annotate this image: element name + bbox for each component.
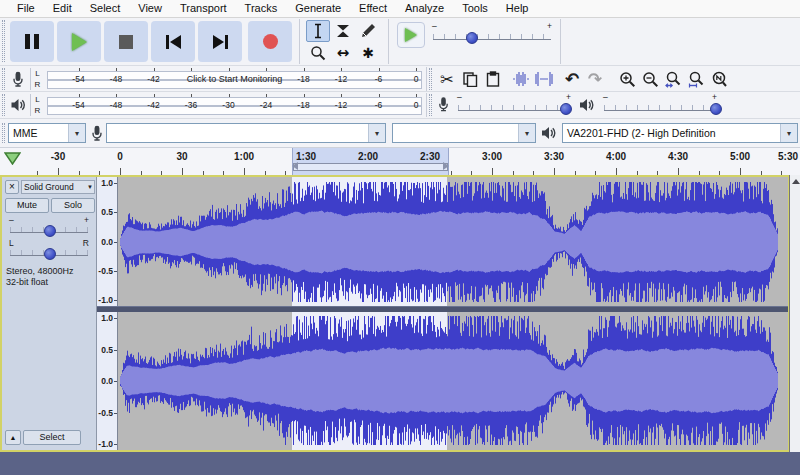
scroll-up-icon[interactable] (792, 179, 800, 184)
menu-item[interactable]: Generate (286, 0, 350, 17)
silence-audio-icon (535, 71, 553, 87)
playback-meter[interactable]: -54-48-42-36-30-24-18-12-60 (47, 94, 422, 116)
speed-slider-thumb[interactable] (466, 32, 478, 44)
menu-item[interactable]: Analyze (396, 0, 453, 17)
ruler-time-label: 3:30 (544, 151, 564, 162)
chevron-down-icon[interactable]: ▾ (368, 124, 385, 142)
skip-to-start-button[interactable] (151, 21, 195, 62)
time-shift-tool-button[interactable]: ↔ (331, 42, 355, 64)
copy-button[interactable] (459, 68, 481, 90)
transport-toolbar-grip[interactable] (2, 20, 5, 62)
playback-meter-grip[interactable] (2, 94, 5, 116)
paste-button[interactable] (482, 68, 504, 90)
menu-item[interactable]: Effect (350, 0, 396, 17)
meter-scale-label: -18 (297, 73, 309, 85)
scale-tick (114, 242, 117, 243)
playback-volume-thumb[interactable] (710, 103, 722, 115)
playback-device-dropdown[interactable]: VA2201-FHD (2- High Definition ▾ (562, 123, 798, 143)
play-button[interactable] (57, 21, 101, 62)
recording-meter-grip[interactable] (2, 68, 5, 90)
chevron-down-icon[interactable]: ▾ (68, 124, 85, 142)
pan-slider[interactable]: L R (8, 240, 90, 261)
draw-tool-icon (360, 23, 376, 39)
menu-item[interactable]: Tracks (236, 0, 287, 17)
timeline-ruler[interactable]: -300301:001:302:002:303:003:304:004:305:… (0, 147, 800, 176)
meter-scale-label: -6 (375, 73, 383, 85)
zoom-toggle-button[interactable] (708, 68, 730, 90)
gain-slider[interactable]: – + (8, 217, 90, 238)
vertical-scale-ruler-left[interactable]: 1.00.50.0-0.5-1.0 (97, 177, 118, 306)
zoom-in-button[interactable] (616, 68, 638, 90)
menu-item[interactable]: View (129, 0, 171, 17)
zoom-out-button[interactable] (639, 68, 661, 90)
recording-meter[interactable]: -54-48-42-18-12-60Click to Start Monitor… (47, 68, 422, 90)
pan-slider-thumb[interactable] (44, 248, 56, 260)
silence-audio-button[interactable] (533, 68, 555, 90)
meter-scale-label: -42 (147, 73, 159, 85)
envelope-tool-button[interactable] (331, 20, 355, 42)
zoom-tool-button[interactable] (306, 42, 330, 64)
record-button[interactable] (248, 21, 292, 62)
redo-button[interactable]: ↷ (584, 68, 606, 90)
undo-button[interactable]: ↶ (561, 68, 583, 90)
collapse-track-button[interactable]: ▲ (5, 430, 21, 445)
skip-to-end-button[interactable] (198, 21, 242, 62)
menu-item[interactable]: Help (497, 0, 538, 17)
cut-button[interactable]: ✂ (436, 68, 458, 90)
speed-slider-track[interactable] (433, 34, 551, 40)
pinned-play-head-icon[interactable] (4, 152, 21, 165)
play-speed-slider[interactable]: – + (431, 23, 553, 45)
scale-label: 1.0 (101, 313, 113, 323)
mixer-toolbar-grip[interactable] (429, 94, 432, 116)
waveform-area[interactable] (118, 177, 788, 450)
playback-volume-slider[interactable]: – + (602, 94, 718, 116)
recording-channels-dropdown[interactable]: ▾ (392, 123, 536, 143)
solo-button[interactable]: Solo (51, 198, 95, 213)
fit-selection-button[interactable] (662, 68, 684, 90)
pause-button[interactable] (10, 21, 54, 62)
select-track-button[interactable]: Select (23, 430, 81, 445)
fit-project-button[interactable] (685, 68, 707, 90)
record-meter-mic-button[interactable] (8, 69, 28, 89)
mute-button[interactable]: Mute (5, 198, 49, 213)
vertical-scrollbar[interactable] (789, 175, 800, 452)
selection-left-handle-icon[interactable] (292, 162, 298, 170)
stop-button[interactable] (104, 21, 148, 62)
recording-volume-slider[interactable]: – + (456, 94, 572, 116)
menu-item[interactable]: Tools (453, 0, 497, 17)
playback-meter-speaker-button[interactable] (8, 95, 28, 115)
trim-audio-button[interactable] (510, 68, 532, 90)
recording-volume-track[interactable] (458, 105, 570, 111)
selection-right-handle-icon[interactable] (443, 162, 449, 170)
track-control-panel[interactable]: × Solid Ground ▼ Mute Solo – + L R Stere… (2, 177, 97, 450)
recording-device-dropdown[interactable]: ▾ (106, 123, 386, 143)
track-title-bar[interactable]: Solid Ground ▼ (21, 180, 95, 194)
track-close-button[interactable]: × (5, 180, 19, 194)
playback-volume-track[interactable] (604, 105, 716, 111)
recording-volume-thumb[interactable] (560, 103, 572, 115)
meter-scale-label: -24 (260, 99, 272, 111)
skip-to-end-icon (213, 35, 228, 49)
audio-host-dropdown[interactable]: MME ▾ (8, 123, 86, 143)
chevron-down-icon[interactable]: ▾ (780, 124, 797, 142)
selection-tool-button[interactable] (306, 20, 330, 42)
channel-divider[interactable] (97, 306, 788, 312)
menu-item[interactable]: File (8, 0, 44, 17)
multi-tool-button[interactable]: ✱ (356, 42, 380, 64)
menu-item[interactable]: Transport (171, 0, 236, 17)
device-toolbar-grip[interactable] (2, 123, 5, 143)
menu-item[interactable]: Select (81, 0, 130, 17)
gain-slider-thumb[interactable] (44, 225, 56, 237)
draw-tool-button[interactable] (356, 20, 380, 42)
waveform-channel-right[interactable] (120, 312, 778, 449)
chevron-down-icon[interactable]: ▾ (518, 124, 535, 142)
edit-toolbar-grip[interactable] (429, 68, 432, 90)
menu-item[interactable]: Edit (44, 0, 81, 17)
vertical-scale-ruler-right[interactable]: 1.00.50.0-0.5-1.0 (97, 312, 118, 450)
selection-bar[interactable] (293, 163, 448, 171)
waveform-channel-left[interactable] (120, 178, 778, 306)
play-at-speed-button[interactable] (397, 22, 425, 48)
meter-overlay-text[interactable]: Click to Start Monitoring (187, 73, 283, 85)
ruler-tick (58, 168, 59, 175)
meter-scale-label: -18 (297, 99, 309, 111)
